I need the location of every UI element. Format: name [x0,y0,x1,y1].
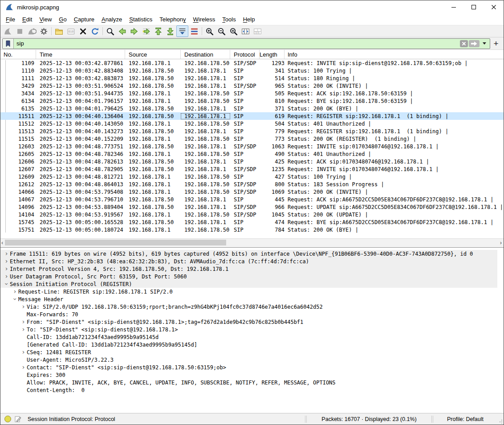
cell[interactable]: 192.168.178.1 [181,83,230,89]
find-packet-button[interactable] [104,25,116,37]
detail-row-1[interactable]: ›Ethernet II, Src: HP_32:2b:83 (48:ea:62… [0,257,497,265]
cell[interactable]: 2025-12-13 00:04:48.782613 [36,159,125,165]
cell[interactable]: 2025-12-13 00:04:40.152209 [36,136,125,142]
cell[interactable]: 192.168.178.1 [125,121,181,127]
cell[interactable]: 12605 [0,151,36,157]
cell[interactable]: 1111 [0,75,36,82]
go-back-button[interactable] [116,25,128,37]
column-header-length[interactable]: Length [260,50,285,59]
menu-go[interactable]: Go [55,15,70,24]
cell[interactable]: 2025-12-13 00:04:53.796710 [36,196,125,203]
cell[interactable]: 474 [260,219,285,225]
open-file-button[interactable] [53,25,65,37]
cell[interactable]: Request: REGISTER sip:192.168.178.1 (1 b… [285,128,504,135]
packet-row-12606[interactable]: 126062025-12-13 00:04:48.782613192.168.1… [0,158,504,165]
cell[interactable]: 15745 [0,219,36,225]
cell[interactable]: SIP/SDP [230,212,260,218]
packet-row-14066[interactable]: 140662025-12-13 00:04:53.795408192.168.1… [0,188,504,196]
cell[interactable]: 192.168.178.50 [125,219,181,225]
cell[interactable]: 2025-12-13 00:04:48.782346 [36,151,125,157]
collapse-icon[interactable]: › [12,296,18,302]
cell[interactable]: SIP/SDP [230,60,260,66]
cell[interactable]: 6135 [0,106,36,112]
cell[interactable]: SIP/SDP [230,181,260,188]
cell[interactable]: 2025-12-13 00:03:42.883873 [36,75,125,82]
detail-row-0[interactable]: ›Frame 11511: 619 bytes on wire (4952 bi… [0,250,497,257]
packet-row-12612[interactable]: 126122025-12-13 00:04:48.864013192.168.1… [0,180,504,188]
cell[interactable]: Request: ACK sip:01703480746@192.168.178… [285,159,504,165]
cell[interactable]: 2025-12-13 00:04:53.889404 [36,204,125,210]
packet-row-15751[interactable]: 157512025-12-13 00:05:00.180724192.168.1… [0,226,504,233]
menu-analyze[interactable]: Analyze [98,15,126,24]
cell[interactable]: 192.168.178.1 [181,128,230,135]
packet-row-14067[interactable]: 140672025-12-13 00:04:53.796710192.168.1… [0,196,504,203]
cell[interactable]: 192.168.178.1 [125,189,181,195]
cell[interactable]: Status: 100 Trying | [285,174,504,180]
menu-telephony[interactable]: Telephony [156,15,189,24]
cell[interactable]: Request: BYE sip:192.168.178.50:63159 | [285,98,504,104]
menu-edit[interactable]: Edit [19,15,36,24]
cell[interactable]: 6134 [0,98,36,104]
cell[interactable]: 192.168.178.1 [181,219,230,225]
cell[interactable]: SIP [230,196,260,203]
cell[interactable]: Request: INVITE sip:01703480746@192.168.… [285,143,504,150]
packet-row-11513[interactable]: 115132025-12-13 00:04:40.143273192.168.1… [0,127,504,135]
close-button[interactable] [484,0,504,14]
expand-icon[interactable]: › [20,303,27,310]
cell[interactable]: 2025-12-13 00:04:48.773751 [36,143,125,150]
collapse-icon[interactable]: › [3,281,10,287]
cell[interactable]: 192.168.178.1 [125,90,181,97]
cell[interactable]: 2025-12-13 00:04:53.795408 [36,189,125,195]
zoom-reset-button[interactable] [228,25,240,37]
minimize-button[interactable] [443,0,463,14]
cell[interactable]: 1293 [260,60,285,66]
packet-row-1110[interactable]: 11102025-12-13 00:03:42.883408192.168.17… [0,67,504,74]
packet-row-6134[interactable]: 61342025-12-13 00:04:01.796157192.168.17… [0,97,504,105]
cell[interactable]: 14104 [0,212,36,218]
filter-dropdown-caret[interactable] [483,42,486,45]
cell[interactable]: Request: ACK sip:192.168.178.50:63159 | [285,90,504,97]
cell[interactable]: 192.168.178.50 [181,227,230,233]
capture-options-button[interactable] [38,25,50,37]
expand-icon[interactable]: › [20,349,27,356]
cell[interactable]: SIP/SDP [230,166,260,172]
cell[interactable]: 2025-12-13 00:04:48.812721 [36,174,125,180]
cell[interactable]: 1235 [260,166,285,172]
cell[interactable]: 192.168.178.1 [181,113,230,119]
expand-icon[interactable]: › [3,266,10,272]
cell[interactable]: 2025-12-13 00:04:40.143050 [36,121,125,127]
packet-row-12603[interactable]: 126032025-12-13 00:04:48.773751192.168.1… [0,143,504,150]
expand-icon[interactable]: › [20,364,27,371]
detail-row-7[interactable]: ›Via: SIP/2.0/UDP 192.168.178.50:63159;r… [0,303,504,311]
cell[interactable]: 192.168.178.50 [125,75,181,82]
packet-row-3429[interactable]: 34292025-12-13 00:03:51.906524192.168.17… [0,82,504,90]
cell[interactable]: SIP [230,113,260,119]
cell[interactable]: Request: INVITE sip:sip-dienst@192.168.1… [285,60,504,66]
cell[interactable]: SIP [230,68,260,74]
cell[interactable]: 192.168.178.1 [181,204,230,210]
cell[interactable]: SIP [230,90,260,97]
cell[interactable]: 966 [260,204,285,210]
column-header-time[interactable]: Time [36,50,125,59]
packet-row-11512[interactable]: 115122025-12-13 00:04:40.143050192.168.1… [0,120,504,127]
cell[interactable]: 784 [260,227,285,233]
expand-icon[interactable]: › [3,250,10,257]
cell[interactable]: Status: 200 OK (BYE) | [285,227,504,233]
cell[interactable]: 810 [260,98,285,104]
packet-row-14104[interactable]: 141042025-12-13 00:04:53.919567192.168.1… [0,211,504,218]
go-first-packet-button[interactable] [152,25,164,37]
filter-value[interactable]: sip [14,40,460,47]
cell[interactable]: Status: 200 OK (BYE) | [285,106,504,112]
column-header-destination[interactable]: Destination [181,50,230,59]
cell[interactable]: 192.168.178.50 [181,181,230,188]
cell[interactable]: 192.168.178.1 [181,68,230,74]
zoom-in-button[interactable] [203,25,215,37]
cell[interactable]: SIP/SDP [230,143,260,150]
zoom-out-button[interactable] [215,25,228,37]
cell[interactable]: 2025-12-13 00:03:42.883408 [36,68,125,74]
cell[interactable]: 2025-12-13 00:04:40.136404 [36,113,125,119]
cell[interactable]: 1063 [260,143,285,150]
expand-icon[interactable]: › [20,319,27,325]
cell[interactable]: 965 [260,83,285,89]
cell[interactable]: 2025-12-13 00:04:40.143273 [36,128,125,135]
